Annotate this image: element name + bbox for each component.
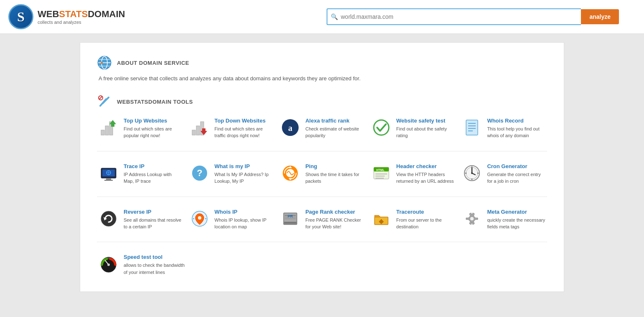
safety-desc: Find out about the safety rating: [396, 126, 447, 138]
pagerank-info: Page Rank checker Free PAGE RANK Checker…: [305, 209, 364, 230]
about-section-title: ABOUT DOMAIN SERVICE: [117, 60, 189, 66]
alexa-desc: Check estimate of website popularity: [305, 126, 359, 138]
traceroute-info: Traceroute From our server to the destin…: [396, 209, 455, 230]
tool-item-top-up: Top Up Websites Find out which sites are…: [97, 114, 184, 143]
safety-icon: [371, 118, 391, 138]
pagerank-title[interactable]: Page Rank checker: [305, 209, 364, 215]
whois-ip-title[interactable]: Whois IP: [215, 209, 273, 215]
tools-section-title: WEBSTATSDOMAIN TOOLS: [117, 99, 193, 105]
trace-ip-info: Trace IP IP Address Lookup with Map, IP …: [124, 163, 182, 185]
alexa-title[interactable]: Alexa traffic rank: [305, 118, 364, 124]
header-checker-desc: View the HTTP headers returned by an URL…: [396, 172, 454, 184]
header: S WEBSTATSDOMAIN collects and analyzes 🔍…: [0, 0, 644, 34]
top-down-info: Top Down Websites Find out which sites a…: [215, 118, 273, 139]
tool-item-ping: Ping Shows the time it takes for packets: [279, 160, 365, 188]
main-content: ABOUT DOMAIN SERVICE A free online servi…: [80, 42, 564, 292]
reverse-ip-desc: See all domains that resolve to a certai…: [124, 217, 181, 229]
svg-text:?: ?: [197, 168, 202, 178]
logo-text: WEBSTATSDOMAIN collects and analyzes: [38, 9, 125, 25]
svg-text:PR: PR: [288, 214, 293, 218]
search-input-wrapper: 🔍: [327, 8, 581, 25]
speed-test-desc: allows to check the bandwidth of your in…: [124, 263, 185, 274]
search-input[interactable]: [327, 8, 581, 25]
reverse-ip-title[interactable]: Reverse IP: [124, 209, 182, 215]
tool-item-trace-ip: Trace IP IP Address Lookup with Map, IP …: [97, 160, 184, 188]
svg-point-48: [471, 172, 473, 174]
tool-item-pagerank: PR Page Rank checker Free PAGE RANK Chec…: [279, 205, 365, 234]
logo-area: S WEBSTATSDOMAIN collects and analyzes: [8, 4, 125, 29]
pagerank-icon: PR: [280, 209, 300, 229]
top-down-title[interactable]: Top Down Websites: [215, 118, 273, 124]
tools-grid-row4: Speed test tool allows to check the band…: [97, 251, 547, 279]
tools-grid-row1: Top Up Websites Find out which sites are…: [97, 114, 547, 143]
cron-generator-title[interactable]: Cron Generator: [487, 163, 545, 169]
top-up-icon: [99, 118, 119, 138]
svg-text:a: a: [288, 123, 292, 133]
search-area: 🔍 analyze: [327, 8, 619, 25]
tool-item-meta: Meta Generator quickly create the necess…: [460, 205, 547, 234]
about-description: A free online service that collects and …: [97, 75, 547, 82]
whois-ip-icon: [190, 209, 210, 229]
svg-rect-10: [105, 126, 109, 135]
top-up-title[interactable]: Top Up Websites: [124, 118, 182, 124]
speed-test-title[interactable]: Speed test tool: [124, 254, 185, 260]
trace-ip-desc: IP Address Lookup with Map, IP trace: [124, 172, 172, 184]
svg-rect-14: [196, 126, 200, 135]
about-icon: [97, 55, 112, 70]
logo-icon: S: [8, 4, 33, 29]
header-checker-title[interactable]: Header checker: [396, 163, 455, 169]
about-section-header: ABOUT DOMAIN SERVICE: [97, 55, 547, 70]
svg-rect-64: [284, 222, 296, 223]
tool-item-reverse-ip: Reverse IP See all domains that resolve …: [97, 205, 184, 234]
svg-point-19: [374, 120, 389, 135]
svg-point-53: [101, 211, 116, 226]
tools-section-header: WEBSTATSDOMAIN TOOLS: [97, 94, 547, 109]
meta-generator-desc: quickly create the necessary fields meta…: [487, 217, 545, 229]
whois-ip-desc: Whois IP lookup, show IP location on map: [215, 217, 266, 229]
tool-item-myip: ? What is my IP What Is My IP Address? I…: [188, 160, 275, 188]
tools-icon: [97, 94, 112, 109]
meta-generator-icon: [462, 209, 482, 229]
tool-item-speed: Speed test tool allows to check the band…: [97, 251, 187, 279]
tool-item-top-down: Top Down Websites Find out which sites a…: [188, 114, 275, 143]
analyze-button[interactable]: analyze: [581, 9, 619, 24]
tool-item-header: HTML Header checker View the HTTP header…: [370, 160, 456, 188]
reverse-ip-info: Reverse IP See all domains that resolve …: [124, 209, 182, 230]
myip-title[interactable]: What is my IP: [215, 163, 273, 169]
alexa-icon: a: [280, 118, 300, 138]
tools-section: WEBSTATSDOMAIN TOOLS Top Up Websites Fin…: [97, 94, 547, 279]
tool-item-safety: Website safety test Find out about the s…: [370, 114, 456, 143]
tool-item-alexa: a Alexa traffic rank Check estimate of w…: [279, 114, 365, 143]
svg-line-6: [103, 97, 109, 103]
speed-test-icon: [99, 254, 119, 274]
speed-test-info: Speed test tool allows to check the band…: [124, 254, 185, 276]
logo-letter: S: [17, 9, 25, 25]
svg-rect-9: [101, 130, 104, 135]
tool-item-traceroute: Traceroute From our server to the destin…: [370, 205, 456, 234]
svg-rect-13: [192, 130, 195, 135]
cron-generator-icon: [462, 163, 482, 183]
safety-title[interactable]: Website safety test: [396, 118, 455, 124]
cron-generator-info: Cron Generator Generate the correct entr…: [487, 163, 545, 185]
traceroute-icon: [371, 209, 391, 229]
whois-record-title[interactable]: Whois Record: [487, 118, 545, 124]
top-up-desc: Find out which sites are popular right n…: [124, 126, 172, 138]
ping-title[interactable]: Ping: [305, 163, 364, 169]
ping-icon: [280, 163, 300, 183]
header-checker-icon: HTML: [371, 163, 391, 183]
svg-line-8: [99, 96, 102, 100]
myip-icon: ?: [190, 163, 210, 183]
trace-ip-title[interactable]: Trace IP: [124, 163, 182, 169]
svg-rect-28: [104, 180, 113, 181]
safety-info: Website safety test Find out about the s…: [396, 118, 455, 139]
top-down-icon: [190, 118, 210, 138]
svg-point-56: [198, 216, 201, 220]
svg-rect-27: [106, 178, 111, 180]
whois-record-info: Whois Record This tool help you find out…: [487, 118, 545, 139]
svg-point-72: [107, 263, 110, 266]
pagerank-desc: Free PAGE RANK Checker for your Web site…: [305, 217, 361, 229]
svg-text:HTML: HTML: [376, 169, 385, 171]
header-checker-info: Header checker View the HTTP headers ret…: [396, 163, 455, 185]
traceroute-title[interactable]: Traceroute: [396, 209, 455, 215]
meta-generator-title[interactable]: Meta Generator: [487, 209, 545, 215]
